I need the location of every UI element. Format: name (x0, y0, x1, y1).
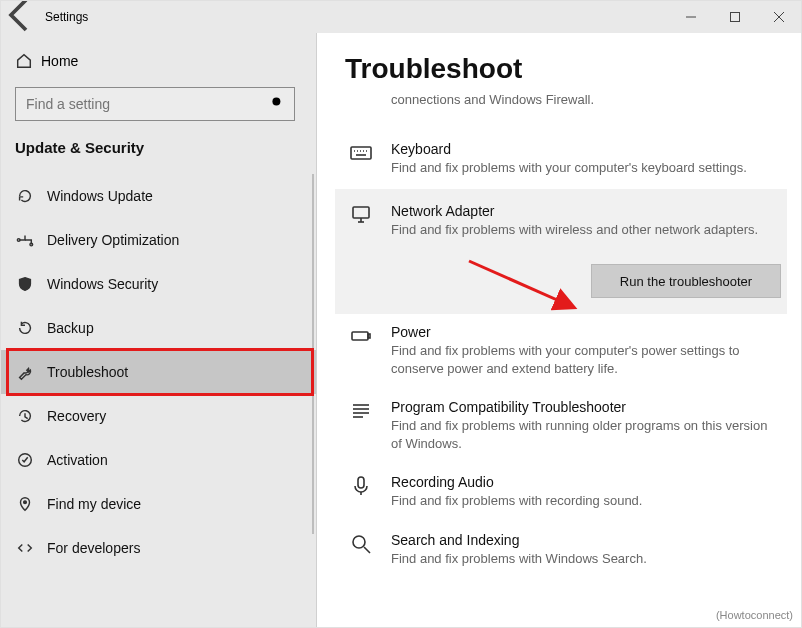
sidebar-item-windows-update[interactable]: Windows Update (1, 174, 316, 218)
shield-icon (15, 274, 35, 294)
troubleshoot-item-power[interactable]: Power Find and fix problems with your co… (345, 314, 787, 389)
wrench-icon (15, 362, 35, 382)
troubleshoot-item-title: Program Compatibility Troubleshooter (391, 399, 779, 415)
magnifier-icon (345, 532, 377, 560)
search-input[interactable] (24, 95, 270, 113)
svg-line-5 (280, 104, 284, 108)
battery-icon (345, 324, 377, 352)
watermark: (Howtoconnect) (716, 609, 793, 621)
svg-rect-10 (351, 147, 371, 159)
troubleshoot-item-program-compatibility[interactable]: Program Compatibility Troubleshooter Fin… (345, 389, 787, 464)
sidebar-item-label: Windows Update (47, 188, 153, 204)
list-icon (345, 399, 377, 427)
troubleshoot-item-desc: Find and fix problems with your computer… (391, 159, 779, 177)
minimize-button[interactable] (669, 1, 713, 33)
troubleshoot-item-desc: Find and fix problems with Windows Searc… (391, 550, 779, 568)
troubleshoot-item-desc: Find and fix problems with running older… (391, 417, 779, 452)
check-circle-icon (15, 450, 35, 470)
sidebar-home-label: Home (41, 53, 78, 69)
sidebar-item-activation[interactable]: Activation (1, 438, 316, 482)
svg-rect-26 (358, 477, 364, 488)
svg-point-4 (272, 97, 280, 105)
sidebar-list: Windows Update Delivery Optimization Win… (1, 174, 316, 570)
svg-rect-21 (368, 334, 370, 338)
sidebar-item-label: Recovery (47, 408, 106, 424)
svg-line-29 (364, 547, 370, 553)
sidebar-item-label: Troubleshoot (47, 364, 128, 380)
sidebar-section-title: Update & Security (1, 129, 316, 160)
sidebar-item-troubleshoot[interactable]: Troubleshoot (1, 350, 316, 394)
sidebar-item-for-developers[interactable]: For developers (1, 526, 316, 570)
sidebar-item-label: Backup (47, 320, 94, 336)
search-box[interactable] (15, 87, 295, 121)
sidebar: Home Update & Security Windows Update (1, 33, 317, 627)
svg-point-9 (24, 501, 27, 504)
close-button[interactable] (757, 1, 801, 33)
window-title: Settings (41, 10, 88, 24)
troubleshoot-item-title: Keyboard (391, 141, 779, 157)
microphone-icon (345, 474, 377, 502)
sidebar-item-label: Windows Security (47, 276, 158, 292)
svg-rect-1 (731, 13, 740, 22)
troubleshoot-item-recording-audio[interactable]: Recording Audio Find and fix problems wi… (345, 464, 787, 522)
location-icon (15, 494, 35, 514)
sidebar-item-windows-security[interactable]: Windows Security (1, 262, 316, 306)
troubleshoot-item-network-adapter[interactable]: Network Adapter Find and fix problems wi… (335, 189, 787, 315)
title-bar: Settings (1, 1, 801, 33)
sidebar-home[interactable]: Home (1, 41, 316, 81)
backup-icon (15, 318, 35, 338)
troubleshoot-item-keyboard[interactable]: Keyboard Find and fix problems with your… (345, 131, 787, 189)
troubleshoot-item-title: Network Adapter (391, 203, 781, 219)
troubleshoot-item-desc: Find and fix problems with recording sou… (391, 492, 779, 510)
svg-rect-17 (353, 207, 369, 218)
sidebar-item-label: Activation (47, 452, 108, 468)
developer-icon (15, 538, 35, 558)
delivery-icon (15, 230, 35, 250)
svg-point-28 (353, 536, 365, 548)
keyboard-icon (345, 141, 377, 169)
sidebar-item-delivery-optimization[interactable]: Delivery Optimization (1, 218, 316, 262)
troubleshoot-item-desc: Find and fix problems with your computer… (391, 342, 779, 377)
troubleshoot-item-search-indexing[interactable]: Search and Indexing Find and fix problem… (345, 522, 787, 580)
troubleshoot-item-title: Search and Indexing (391, 532, 779, 548)
sidebar-item-recovery[interactable]: Recovery (1, 394, 316, 438)
sidebar-item-label: For developers (47, 540, 140, 556)
refresh-icon (15, 186, 35, 206)
history-icon (15, 406, 35, 426)
troubleshoot-item-desc-fragment: connections and Windows Firewall. (391, 91, 779, 109)
troubleshoot-item-desc: Find and fix problems with wireless and … (391, 221, 781, 239)
sidebar-item-backup[interactable]: Backup (1, 306, 316, 350)
troubleshoot-item-title: Power (391, 324, 779, 340)
sidebar-item-find-my-device[interactable]: Find my device (1, 482, 316, 526)
sidebar-item-label: Delivery Optimization (47, 232, 179, 248)
run-troubleshooter-button[interactable]: Run the troubleshooter (591, 264, 781, 298)
svg-rect-20 (352, 332, 368, 340)
network-adapter-icon (345, 203, 377, 231)
page-title: Troubleshoot (345, 53, 787, 85)
troubleshoot-item-title: Recording Audio (391, 474, 779, 490)
sidebar-item-label: Find my device (47, 496, 141, 512)
home-icon (15, 52, 41, 70)
maximize-button[interactable] (713, 1, 757, 33)
sidebar-scrollbar[interactable] (312, 174, 314, 534)
search-icon (270, 95, 286, 114)
main-content: Troubleshoot connections and Windows Fir… (317, 33, 801, 627)
